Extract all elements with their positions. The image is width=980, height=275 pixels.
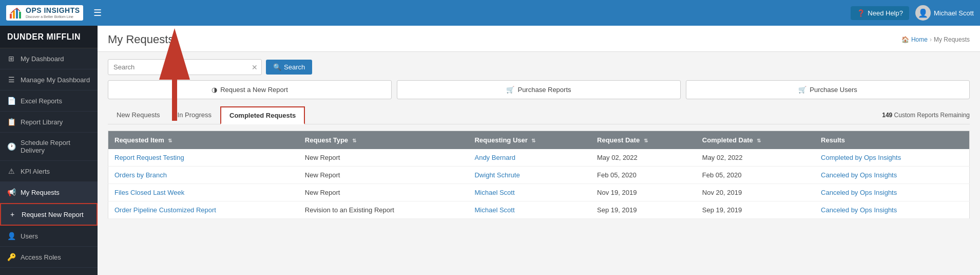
search-clear-icon[interactable]: ✕ [252, 63, 258, 71]
sort-icon-request-type: ⇅ [352, 138, 356, 143]
sidebar-label-my-dashboard: My Dashboard [21, 55, 64, 63]
sidebar-label-my-requests: My Requests [21, 189, 60, 196]
table-row: Order Pipeline Customized Report Revisio… [108, 201, 970, 219]
purchase-reports-action-button[interactable]: 🛒 Purchase Reports [397, 80, 681, 99]
cell-results-1: Canceled by Ops Insights [815, 167, 969, 184]
sidebar-item-manage-dashboard[interactable]: ☰ Manage My Dashboard [0, 69, 98, 90]
cart-reports-icon: 🛒 [506, 86, 514, 94]
col-requested-item[interactable]: Requested Item ⇅ [108, 131, 299, 150]
user-link-3[interactable]: Michael Scott [474, 206, 514, 214]
sort-icon-request-date: ⇅ [644, 138, 648, 143]
need-help-label: Need Help? [868, 9, 903, 17]
cell-requesting-user-1: Dwight Schrute [468, 167, 591, 184]
app-logo: OPS INSIGHTS Discover a Better Bottom Li… [6, 5, 83, 21]
svg-rect-3 [19, 12, 21, 19]
user-link-0[interactable]: Andy Bernard [474, 154, 515, 161]
cell-requested-item-0: Report Request Testing [108, 149, 299, 167]
plus-icon: + [8, 210, 16, 218]
alert-icon: ⚠ [7, 167, 15, 175]
cell-completed-date-0: May 02, 2022 [696, 149, 815, 167]
page-title: My Requests [108, 33, 174, 46]
tab-completed-requests[interactable]: Completed Requests [220, 106, 305, 124]
tab-in-progress[interactable]: In Progress [169, 106, 220, 124]
cell-requested-item-3: Order Pipeline Customized Report [108, 201, 299, 219]
requests-icon: 📢 [7, 188, 15, 196]
breadcrumb-home[interactable]: Home [911, 36, 928, 43]
dashboard-icon: ⊞ [7, 54, 15, 63]
sidebar-item-access-roles[interactable]: 🔑 Access Roles [0, 247, 98, 268]
sidebar-brand: DUNDER MIFFLIN [0, 26, 98, 48]
table-header-row: Requested Item ⇅ Request Type ⇅ Requesti… [108, 131, 970, 150]
remaining-badge: 149 Custom Reports Remaining [882, 112, 970, 119]
user-info[interactable]: 👤 Michael Scott [915, 5, 974, 21]
search-input-wrap: ✕ [108, 59, 262, 75]
sidebar-label-excel-reports: Excel Reports [21, 97, 62, 105]
col-results[interactable]: Results [815, 131, 969, 150]
main-content: My Requests 🏠 Home › My Requests ✕ 🔍 Sea… [98, 26, 980, 275]
cart-users-icon: 🛒 [798, 86, 806, 94]
manage-icon: ☰ [7, 76, 15, 84]
col-completed-date[interactable]: Completed Date ⇅ [696, 131, 815, 150]
cell-requested-item-1: Orders by Branch [108, 167, 299, 184]
user-name-label: Michael Scott [934, 9, 974, 17]
svg-rect-0 [10, 14, 12, 19]
logo-main-text: OPS INSIGHTS [26, 7, 80, 14]
breadcrumb-current: My Requests [934, 36, 970, 43]
sidebar-item-excel-reports[interactable]: 📄 Excel Reports [0, 90, 98, 112]
sidebar: DUNDER MIFFLIN ⊞ My Dashboard ☰ Manage M… [0, 26, 98, 275]
requested-item-link-3[interactable]: Order Pipeline Customized Report [114, 206, 216, 214]
page-header: My Requests 🏠 Home › My Requests [98, 26, 980, 52]
request-new-report-action-button[interactable]: ◑ Request a New Report [108, 80, 392, 99]
cell-request-date-2: Nov 19, 2019 [591, 184, 696, 201]
purchase-users-action-button[interactable]: 🛒 Purchase Users [686, 80, 970, 99]
requested-item-link-0[interactable]: Report Request Testing [114, 154, 184, 161]
cell-request-date-3: Sep 19, 2019 [591, 201, 696, 219]
results-link-0[interactable]: Completed by Ops Insights [821, 154, 901, 161]
table-body: Report Request Testing New Report Andy B… [108, 149, 970, 219]
requested-item-link-2[interactable]: Files Closed Last Week [114, 189, 184, 196]
sidebar-item-request-new-report[interactable]: + Request New Report [0, 203, 98, 226]
tabs: New Requests In Progress Completed Reque… [108, 106, 305, 124]
search-input[interactable] [108, 59, 262, 75]
need-help-button[interactable]: ❓ Need Help? [851, 6, 909, 20]
hamburger-menu-button[interactable]: ☰ [89, 5, 106, 21]
sidebar-item-schedule-report[interactable]: 🕐 Schedule Report Delivery [0, 133, 98, 161]
tabs-area: New Requests In Progress Completed Reque… [108, 106, 970, 124]
cell-request-type-2: New Report [299, 184, 469, 201]
sidebar-item-kpi-alerts[interactable]: ⚠ KPI Alerts [0, 161, 98, 182]
search-button[interactable]: 🔍 Search [266, 60, 312, 75]
results-link-2[interactable]: Canceled by Ops Insights [821, 189, 897, 196]
users-icon: 👤 [7, 232, 15, 240]
search-bar: ✕ 🔍 Search [108, 59, 970, 75]
sidebar-item-my-dashboard[interactable]: ⊞ My Dashboard [0, 48, 98, 69]
table-row: Files Closed Last Week New Report Michae… [108, 184, 970, 201]
tab-new-requests[interactable]: New Requests [108, 106, 169, 124]
requested-item-link-1[interactable]: Orders by Branch [114, 171, 167, 179]
excel-icon: 📄 [7, 97, 15, 105]
roles-icon: 🔑 [7, 253, 15, 261]
library-icon: 📋 [7, 118, 15, 126]
sidebar-label-report-library: Report Library [21, 118, 63, 126]
sidebar-label-kpi-alerts: KPI Alerts [21, 168, 50, 175]
user-link-1[interactable]: Dwight Schrute [474, 171, 520, 179]
breadcrumb: 🏠 Home › My Requests [901, 36, 970, 43]
purchase-reports-label: Purchase Reports [517, 86, 571, 94]
sidebar-item-users[interactable]: 👤 Users [0, 226, 98, 247]
request-icon: ◑ [212, 86, 217, 94]
sidebar-item-report-library[interactable]: 📋 Report Library [0, 112, 98, 133]
help-icon: ❓ [857, 9, 865, 17]
sidebar-label-manage-dashboard: Manage My Dashboard [21, 76, 90, 84]
user-link-2[interactable]: Michael Scott [474, 189, 514, 196]
col-requesting-user[interactable]: Requesting User ⇅ [468, 131, 591, 150]
sidebar-item-my-requests[interactable]: 📢 My Requests [0, 182, 98, 203]
cell-results-3: Canceled by Ops Insights [815, 201, 969, 219]
cell-requested-item-2: Files Closed Last Week [108, 184, 299, 201]
results-link-3[interactable]: Canceled by Ops Insights [821, 206, 897, 214]
col-request-type[interactable]: Request Type ⇅ [299, 131, 469, 150]
user-avatar: 👤 [915, 5, 931, 21]
action-buttons-row: ◑ Request a New Report 🛒 Purchase Report… [108, 80, 970, 99]
sort-icon-completed-date: ⇅ [757, 138, 761, 143]
results-link-1[interactable]: Canceled by Ops Insights [821, 171, 897, 179]
col-request-date[interactable]: Request Date ⇅ [591, 131, 696, 150]
top-navigation: OPS INSIGHTS Discover a Better Bottom Li… [0, 0, 980, 26]
